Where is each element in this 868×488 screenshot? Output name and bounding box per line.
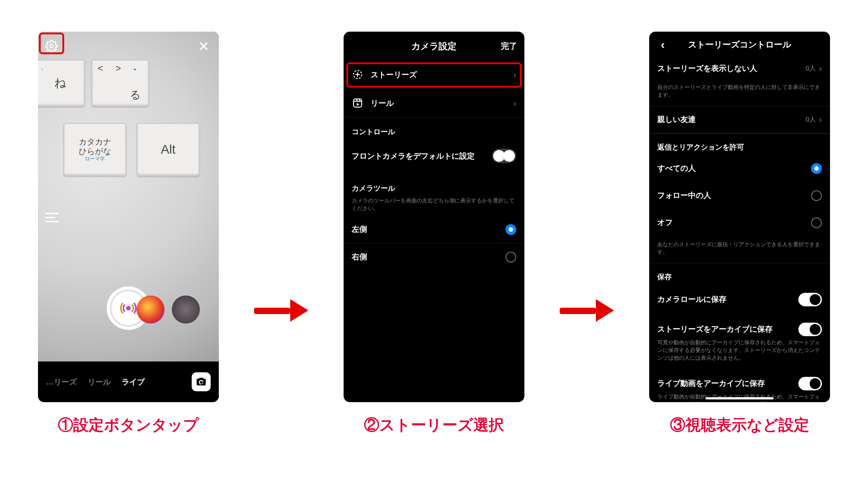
chevron-right-icon: ›	[819, 63, 822, 74]
home-indicator	[706, 397, 774, 399]
close-button[interactable]: ✕	[193, 36, 213, 56]
section-reply: 返信とリアクションを許可	[649, 133, 830, 155]
count-badge: 0人›	[806, 114, 822, 125]
toggle-save-archive[interactable]	[798, 323, 822, 336]
radio-right[interactable]	[505, 252, 516, 263]
row-save-camera-roll[interactable]: カメラロールに保存	[649, 285, 830, 314]
mode-live[interactable]: ライブ	[122, 377, 145, 387]
header: カメラ設定 完了	[344, 32, 524, 61]
section-save: 保存	[649, 263, 830, 285]
mode-reels[interactable]: リール	[88, 377, 111, 387]
filter-thumbnail[interactable]	[172, 296, 200, 324]
radio-reply-all[interactable]	[811, 163, 822, 174]
radio-reply-following[interactable]	[811, 190, 822, 201]
row-reply-all[interactable]: すべての人	[649, 155, 830, 182]
section-control: コントロール	[344, 117, 524, 141]
svg-rect-3	[354, 99, 362, 107]
caption-step1: ①設定ボタンタップ	[58, 415, 199, 436]
done-button[interactable]: 完了	[501, 32, 517, 61]
row-stories[interactable]: ストーリーズ ›	[344, 61, 524, 89]
section-camera-tool-desc: カメラのツールバーを画面の左右どちら側に表示するかを選択してください。	[344, 197, 524, 216]
svg-point-1	[126, 306, 131, 311]
row-hide-from[interactable]: ストーリーズを表示しない人 0人›	[649, 58, 830, 82]
svg-point-0	[50, 45, 53, 48]
caption-step2: ②ストーリーズ選択	[364, 415, 504, 436]
page-title: カメラ設定	[411, 40, 457, 52]
row-right-side[interactable]: 右側	[344, 244, 524, 271]
keycap-alt: Alt	[137, 123, 200, 176]
flip-camera-icon	[196, 376, 207, 387]
radio-left[interactable]	[505, 224, 516, 235]
toggle-front-camera[interactable]	[492, 149, 516, 163]
keycap: 、 ね	[38, 60, 85, 107]
header: ‹ ストーリーズコントロール	[649, 32, 830, 58]
chevron-right-icon: ›	[513, 70, 516, 80]
screen-camera-settings: カメラ設定 完了 ストーリーズ ›	[344, 32, 524, 402]
section-camera-tool: カメラツール	[344, 171, 524, 197]
screen-stories-control: ‹ ストーリーズコントロール ストーリーズを表示しない人 0人› 自分のストーリ…	[649, 32, 830, 402]
arrow-icon	[254, 299, 308, 322]
row-save-live-archive[interactable]: ライブ動画をアーカイブに保存	[649, 369, 830, 393]
row-save-archive[interactable]: ストーリーズをアーカイブに保存	[649, 314, 830, 339]
filter-thumbnail[interactable]	[137, 296, 165, 324]
toggle-save-camera-roll[interactable]	[798, 293, 822, 306]
toggle-save-live-archive[interactable]	[798, 377, 822, 390]
row-left-side[interactable]: 左側	[344, 216, 524, 244]
keycap: > ・ る <	[91, 60, 149, 107]
stories-icon	[352, 69, 363, 80]
keycap-kana: カタカナ ひらがな ローマ字	[63, 123, 127, 176]
hide-from-desc: 自分のストーリーズとライブ動画を特定の人に対して非表示にできます。	[649, 82, 830, 106]
chevron-right-icon: ›	[513, 98, 516, 108]
mode-selector: …リーズ リール ライブ	[38, 361, 219, 402]
save-archive-desc: 写真や動画が自動的にアーカイブに保存されるため、スマートフォンに保存する必要がな…	[649, 339, 830, 369]
tools-menu-icon[interactable]	[45, 210, 59, 225]
radio-reply-off[interactable]	[811, 217, 822, 228]
mode-stories[interactable]: …リーズ	[46, 377, 77, 387]
row-reels[interactable]: リール ›	[344, 89, 524, 117]
caption-step3: ③視聴表示など設定	[670, 415, 809, 436]
back-button[interactable]: ‹	[654, 32, 672, 58]
row-front-camera-default[interactable]: フロントカメラをデフォルトに設定	[344, 141, 524, 171]
chevron-right-icon: ›	[819, 114, 822, 125]
arrow-icon	[560, 299, 614, 322]
flip-camera-button[interactable]	[192, 372, 211, 391]
live-icon	[119, 299, 138, 318]
row-reply-off[interactable]: オフ	[649, 209, 830, 236]
reels-icon	[352, 97, 363, 109]
settings-button[interactable]	[42, 36, 61, 56]
page-title: ストーリーズコントロール	[688, 39, 791, 51]
screen-camera-live: 、 ね > ・ る < カタカナ ひらがな ローマ字 Alt	[38, 32, 219, 402]
row-close-friends[interactable]: 親しい友達 0人›	[649, 106, 830, 133]
count-badge: 0人›	[806, 63, 822, 74]
reply-note: あなたのストーリーズに返信・リアクションできる人を選択できます。	[649, 236, 830, 263]
row-reply-following[interactable]: フォロー中の人	[649, 182, 830, 209]
